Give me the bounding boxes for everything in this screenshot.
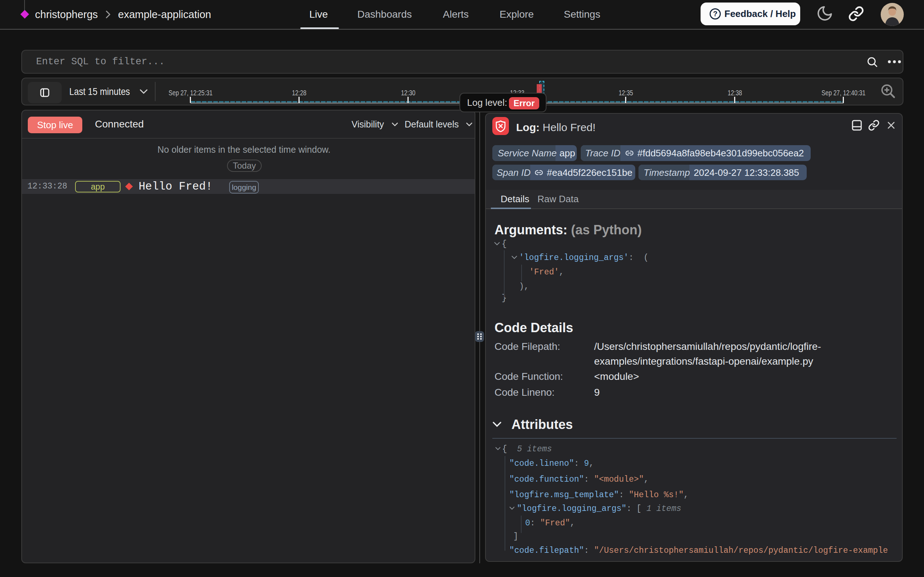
svg-text:?: ?: [713, 10, 717, 18]
